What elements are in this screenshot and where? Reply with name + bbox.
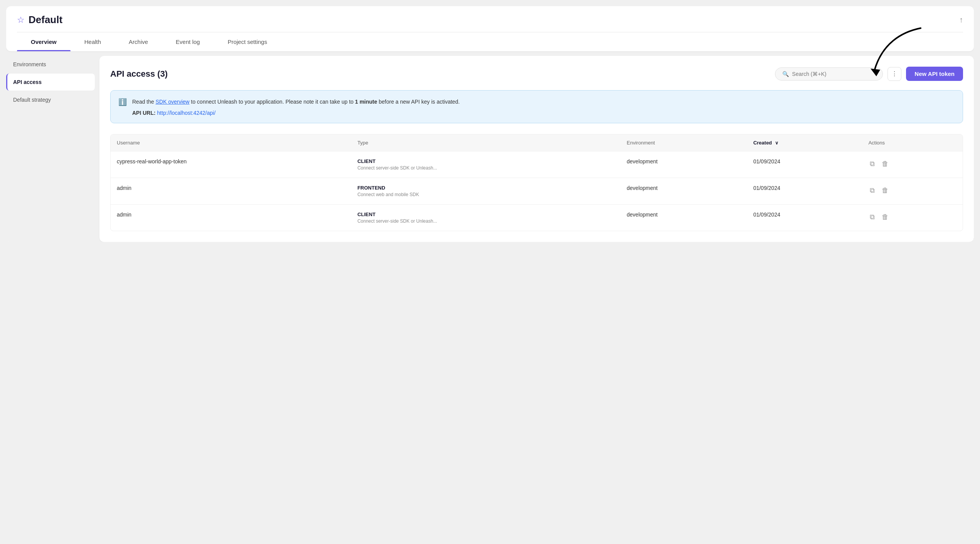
tab-archive[interactable]: Archive — [115, 32, 162, 51]
cell-created-3: 01/09/2024 — [747, 205, 862, 231]
content-area: API access (3) 🔍 ⋮ New API token — [99, 56, 974, 242]
cell-environment-1: development — [620, 151, 747, 178]
tab-project-settings[interactable]: Project settings — [214, 32, 281, 51]
new-api-token-button[interactable]: New API token — [906, 67, 963, 81]
nav-tabs: Overview Health Archive Event log Projec… — [17, 32, 963, 51]
delete-icon-1[interactable]: 🗑 — [880, 158, 890, 170]
sidebar-item-api-access[interactable]: API access — [6, 74, 95, 91]
cell-type-2: FRONTEND Connect web and mobile SDK — [351, 178, 620, 205]
copy-icon-1[interactable]: ⧉ — [868, 158, 876, 170]
col-actions: Actions — [862, 134, 963, 151]
type-secondary-1: Connect server-side SDK or Unleash... — [357, 165, 614, 171]
info-banner: ℹ️ Read the SDK overview to connect Unle… — [110, 90, 963, 123]
col-environment: Environment — [620, 134, 747, 151]
cell-created-2: 01/09/2024 — [747, 178, 862, 205]
sdk-overview-link[interactable]: SDK overview — [156, 99, 190, 105]
sidebar-item-environments[interactable]: Environments — [6, 56, 95, 73]
cell-actions-1: ⧉ 🗑 — [862, 151, 963, 178]
cell-username-3: admin — [111, 205, 351, 231]
type-primary-3: CLIENT — [357, 212, 614, 217]
filter-icon-button[interactable]: ⋮ — [888, 67, 901, 81]
filter-icon: ⋮ — [891, 70, 898, 77]
tab-overview[interactable]: Overview — [17, 32, 71, 51]
sort-desc-icon: ∨ — [775, 140, 778, 146]
cell-actions-3: ⧉ 🗑 — [862, 205, 963, 231]
col-username: Username — [111, 134, 351, 151]
table-row: admin FRONTEND Connect web and mobile SD… — [111, 178, 963, 205]
new-token-wrapper: New API token — [906, 67, 963, 81]
tab-health[interactable]: Health — [71, 32, 115, 51]
header-card: ☆ Default ↑ Overview Health Archive Even… — [6, 6, 974, 51]
main-layout: Environments API access Default strategy… — [6, 56, 974, 242]
cell-username-1: cypress-real-world-app-token — [111, 151, 351, 178]
cell-actions-2: ⧉ 🗑 — [862, 178, 963, 205]
type-secondary-3: Connect server-side SDK or Unleash... — [357, 218, 614, 224]
cell-type-3: CLIENT Connect server-side SDK or Unleas… — [351, 205, 620, 231]
api-tokens-table: Username Type Environment Created ∨ Acti… — [110, 134, 963, 231]
type-secondary-2: Connect web and mobile SDK — [357, 192, 614, 197]
header-actions: 🔍 ⋮ New API token — [775, 67, 963, 81]
copy-icon-2[interactable]: ⧉ — [868, 185, 876, 196]
delete-icon-3[interactable]: 🗑 — [880, 212, 890, 223]
info-icon: ℹ️ — [118, 98, 127, 106]
copy-icon-3[interactable]: ⧉ — [868, 212, 876, 223]
delete-icon-2[interactable]: 🗑 — [880, 185, 890, 196]
col-created[interactable]: Created ∨ — [747, 134, 862, 151]
search-icon: 🔍 — [782, 71, 789, 77]
table-header-row: Username Type Environment Created ∨ Acti… — [111, 134, 963, 151]
cell-username-2: admin — [111, 178, 351, 205]
cell-environment-3: development — [620, 205, 747, 231]
cell-created-1: 01/09/2024 — [747, 151, 862, 178]
info-banner-text: Read the SDK overview to connect Unleash… — [132, 97, 460, 106]
type-primary-2: FRONTEND — [357, 185, 614, 191]
table-row: cypress-real-world-app-token CLIENT Conn… — [111, 151, 963, 178]
col-type: Type — [351, 134, 620, 151]
upload-icon[interactable]: ↑ — [959, 15, 963, 24]
api-url-row: API URL: http://localhost:4242/api/ — [132, 110, 460, 116]
title-group: ☆ Default — [17, 14, 62, 26]
sidebar-item-default-strategy[interactable]: Default strategy — [6, 91, 95, 108]
star-icon[interactable]: ☆ — [17, 15, 25, 25]
cell-type-1: CLIENT Connect server-side SDK or Unleas… — [351, 151, 620, 178]
search-input[interactable] — [792, 71, 876, 77]
table-row: admin CLIENT Connect server-side SDK or … — [111, 205, 963, 231]
tab-event-log[interactable]: Event log — [162, 32, 214, 51]
project-title: Default — [29, 14, 62, 26]
type-primary-1: CLIENT — [357, 158, 614, 164]
cell-environment-2: development — [620, 178, 747, 205]
sidebar: Environments API access Default strategy — [6, 56, 95, 242]
api-url-label: API URL: — [132, 110, 156, 116]
search-box[interactable]: 🔍 — [775, 67, 883, 81]
page-title: API access (3) — [110, 69, 168, 79]
content-header: API access (3) 🔍 ⋮ New API token — [110, 67, 963, 81]
api-url-link[interactable]: http://localhost:4242/api/ — [157, 110, 216, 116]
